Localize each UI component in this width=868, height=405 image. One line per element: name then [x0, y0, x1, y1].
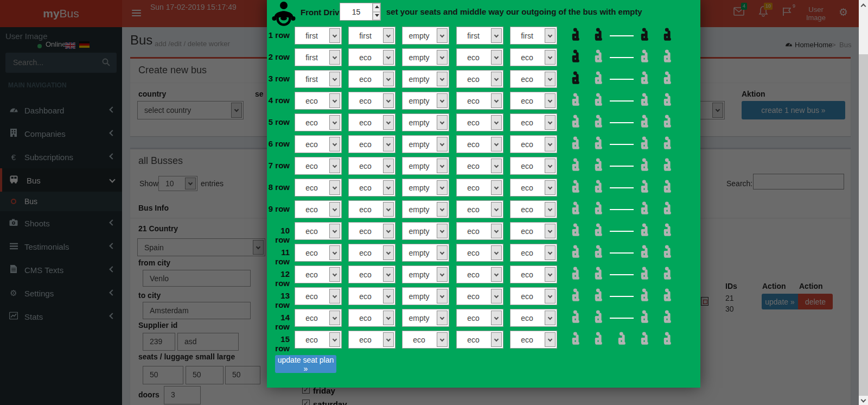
seat-type-select-r2-c5[interactable]: eco — [510, 48, 557, 66]
seat-type-select-r13-c5[interactable]: eco — [510, 287, 557, 305]
seats-luggage-input-1[interactable]: 50 — [143, 366, 183, 384]
seat-type-select-r4-c2[interactable]: eco — [348, 92, 395, 110]
vertical-scrollbar[interactable] — [859, 0, 868, 405]
scroll-up-icon[interactable] — [861, 4, 866, 9]
page-size-select[interactable]: 10 — [158, 176, 197, 191]
seat-type-select-r10-c1[interactable]: eco — [295, 222, 342, 240]
sidebar-toggle-icon[interactable] — [132, 10, 141, 17]
seat-type-select-r2-c1[interactable]: first — [295, 48, 342, 66]
sidebar-search-input[interactable]: Search... — [5, 53, 117, 73]
seat-type-select-r12-c2[interactable]: eco — [348, 265, 395, 283]
seat-type-select-r6-c5[interactable]: eco — [510, 135, 557, 153]
seat-type-select-r14-c2[interactable]: eco — [348, 309, 395, 327]
seats-luggage-input-2[interactable]: 50 — [186, 366, 224, 384]
seat-type-select-r7-c4[interactable]: eco — [456, 157, 503, 175]
from-city-input[interactable]: Venlo — [143, 270, 251, 287]
sidebar-item-shoots[interactable]: Shoots — [0, 211, 122, 235]
user-menu[interactable]: User Image — [800, 5, 832, 22]
table-icon[interactable] — [701, 297, 709, 306]
seat-type-select-r6-c4[interactable]: eco — [456, 135, 503, 153]
seat-type-select-r12-c4[interactable]: eco — [456, 265, 503, 283]
seat-type-select-r11-c3[interactable]: empty — [402, 244, 449, 262]
seat-type-select-r8-c2[interactable]: eco — [348, 179, 395, 197]
seat-type-select-r5-c2[interactable]: eco — [348, 113, 395, 131]
number-spinner[interactable] — [372, 3, 380, 20]
supplier-id-input[interactable]: 239 — [143, 333, 175, 351]
seat-type-select-r10-c4[interactable]: eco — [456, 222, 503, 240]
to-city-input[interactable]: Amsterdam — [143, 302, 251, 319]
seat-type-select-r10-c5[interactable]: eco — [510, 222, 557, 240]
seat-type-select-r13-c4[interactable]: eco — [456, 287, 503, 305]
seat-type-select-r10-c3[interactable]: empty — [402, 222, 449, 240]
seat-type-select-r2-c3[interactable]: empty — [402, 48, 449, 66]
seat-type-select-r3-c1[interactable]: first — [295, 70, 342, 88]
country-select[interactable]: select country — [137, 101, 244, 119]
breadcrumb-home[interactable]: HomeHome — [795, 41, 832, 49]
sidebar-item-testimonials[interactable]: Testimonials — [0, 235, 122, 258]
sidebar-item-dashboard[interactable]: Dashboard — [0, 98, 122, 122]
seat-type-select-r3-c4[interactable]: eco — [456, 70, 503, 88]
seat-type-select-r7-c2[interactable]: eco — [348, 157, 395, 175]
seat-type-select-r8-c4[interactable]: eco — [456, 179, 503, 197]
scrollbar-thumb[interactable] — [859, 54, 868, 396]
seat-type-select-r2-c4[interactable]: eco — [456, 48, 503, 66]
seat-type-select-r1-c2[interactable]: first — [348, 27, 395, 45]
seat-type-select-r1-c3[interactable]: empty — [402, 27, 449, 45]
seat-type-select-r8-c5[interactable]: eco — [510, 179, 557, 197]
seat-type-select-r15-c5[interactable]: eco — [510, 331, 557, 349]
doors-input[interactable]: 3 — [164, 386, 201, 404]
seat-type-select-r4-c1[interactable]: eco — [295, 92, 342, 110]
update-seat-plan-button[interactable]: update seat plan » — [275, 355, 336, 373]
seat-type-select-r9-c4[interactable]: eco — [456, 200, 503, 218]
seat-type-select-r7-c1[interactable]: eco — [295, 157, 342, 175]
bus-country-select[interactable]: Spain — [137, 238, 265, 256]
seat-type-select-r14-c3[interactable]: empty — [402, 309, 449, 327]
update-bus-button[interactable]: update » — [762, 294, 798, 309]
sidebar-item-stats[interactable]: Stats — [0, 305, 122, 328]
seat-type-select-r14-c4[interactable]: eco — [456, 309, 503, 327]
seat-type-select-r5-c4[interactable]: eco — [456, 113, 503, 131]
seat-type-select-r6-c1[interactable]: eco — [295, 135, 342, 153]
settings-gear-icon[interactable]: ⚙ — [839, 6, 848, 18]
sidebar-item-settings[interactable]: ⚙Settings — [0, 281, 122, 305]
seat-type-select-r3-c5[interactable]: eco — [510, 70, 557, 88]
seat-type-select-r14-c5[interactable]: eco — [510, 309, 557, 327]
seat-type-select-r1-c5[interactable]: first — [510, 27, 557, 45]
sidebar-subitem-bus[interactable]: Bus — [0, 192, 122, 211]
seat-type-select-r6-c3[interactable]: empty — [402, 135, 449, 153]
seat-type-select-r8-c3[interactable]: empty — [402, 179, 449, 197]
saturday-checkbox[interactable]: ✓ — [302, 400, 310, 405]
seat-type-select-r2-c2[interactable]: eco — [348, 48, 395, 66]
seat-type-select-r9-c3[interactable]: empty — [402, 200, 449, 218]
sidebar-item-companies[interactable]: Companies — [0, 122, 122, 145]
seat-type-select-r6-c2[interactable]: eco — [348, 135, 395, 153]
sidebar-item-bus[interactable]: Bus — [0, 168, 122, 192]
seat-type-select-r12-c1[interactable]: eco — [295, 265, 342, 283]
seat-type-select-r4-c4[interactable]: eco — [456, 92, 503, 110]
seat-type-select-r11-c1[interactable]: eco — [295, 244, 342, 262]
table-search-input[interactable] — [753, 174, 844, 189]
seat-type-select-r5-c1[interactable]: eco — [295, 113, 342, 131]
seat-type-select-r14-c1[interactable]: eco — [295, 309, 342, 327]
seat-type-select-r1-c1[interactable]: first — [295, 27, 342, 45]
seat-type-select-r1-c4[interactable]: first — [456, 27, 503, 45]
delete-bus-button[interactable]: delete — [798, 294, 833, 309]
supplier-name-input[interactable]: asd — [177, 333, 239, 351]
seat-type-select-r5-c5[interactable]: eco — [510, 113, 557, 131]
seat-type-select-r12-c3[interactable]: empty — [402, 265, 449, 283]
seat-type-select-r15-c1[interactable]: eco — [295, 331, 342, 349]
seat-type-select-r8-c1[interactable]: eco — [295, 179, 342, 197]
sidebar-item-cms-texts[interactable]: CMS Texts — [0, 258, 122, 281]
seat-type-select-r13-c1[interactable]: eco — [295, 287, 342, 305]
seat-type-select-r9-c2[interactable]: eco — [348, 200, 395, 218]
seat-type-select-r3-c3[interactable]: empty — [402, 70, 449, 88]
seat-type-select-r7-c3[interactable]: empty — [402, 157, 449, 175]
seat-type-select-r12-c5[interactable]: eco — [510, 265, 557, 283]
seat-type-select-r9-c5[interactable]: eco — [510, 200, 557, 218]
sidebar-item-subscriptions[interactable]: €Subscriptions — [0, 145, 122, 168]
seat-type-select-r11-c2[interactable]: eco — [348, 244, 395, 262]
create-bus-button[interactable]: create 1 new bus » — [742, 101, 845, 119]
seat-type-select-r4-c3[interactable]: empty — [402, 92, 449, 110]
seat-type-select-r15-c4[interactable]: eco — [456, 331, 503, 349]
seat-type-select-r10-c2[interactable]: eco — [348, 222, 395, 240]
